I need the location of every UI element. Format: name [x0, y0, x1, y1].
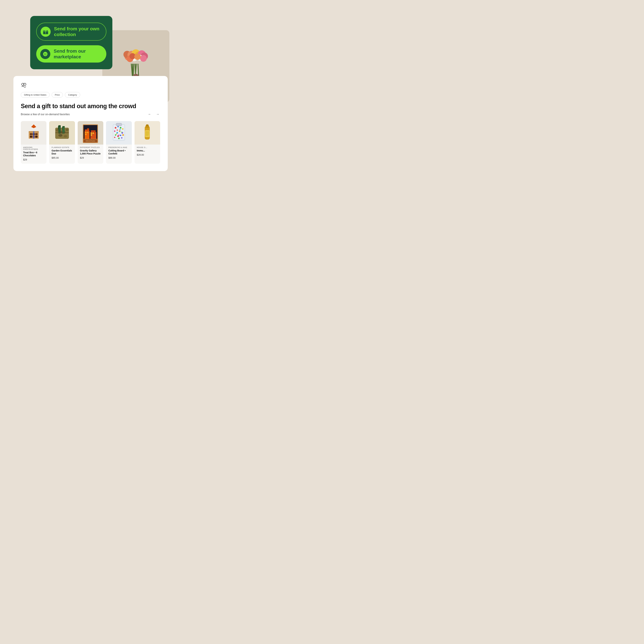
product-price: $29 [23, 158, 44, 161]
products-row: Andsons Chocolatiers Treat Box • 6 Choco… [21, 121, 160, 164]
svg-rect-70 [58, 126, 59, 129]
logo-area [21, 82, 160, 89]
svg-rect-83 [87, 132, 88, 133]
product-price: $85.00 [51, 156, 72, 159]
garden-illustration [52, 123, 72, 143]
svg-marker-51 [31, 124, 36, 128]
svg-rect-86 [93, 132, 94, 134]
filter-bar: Gifting to United States Price Category [21, 92, 160, 98]
bottle-illustration [141, 123, 153, 143]
svg-point-102 [115, 134, 116, 136]
svg-point-16 [46, 53, 46, 54]
smile-icon [42, 51, 48, 57]
svg-point-98 [114, 130, 115, 132]
send-from-collection-label: Send from your own collection [54, 26, 102, 37]
puzzle-illustration: Different Puzzles [81, 122, 100, 144]
send-from-collection-button[interactable]: Send from your own collection [36, 23, 106, 41]
svg-rect-81 [91, 130, 96, 133]
product-card[interactable]: Andsons Chocolatiers Treat Box • 6 Choco… [21, 121, 46, 164]
next-arrow[interactable]: → [155, 112, 160, 117]
svg-rect-69 [58, 125, 61, 127]
product-brand: Different Puzzles [80, 147, 101, 148]
send-from-marketplace-label: Send from our marketplace [54, 48, 102, 60]
svg-rect-116 [146, 124, 148, 126]
product-image [135, 121, 160, 145]
product-image [49, 121, 75, 145]
main-heading: Send a gift to stand out among the crowd [21, 103, 160, 110]
product-image [106, 121, 132, 145]
product-info: House O... Immu... $28.00 [135, 145, 160, 159]
sub-row: Browse a few of our on-demand favorites … [21, 112, 160, 117]
svg-rect-59 [35, 136, 38, 138]
product-brand: Fredericks & Mae [108, 147, 129, 148]
product-price: $88.00 [108, 156, 129, 159]
svg-rect-93 [116, 123, 122, 126]
svg-point-106 [114, 137, 115, 138]
product-name: Garden Essentials Duo [51, 149, 72, 155]
sub-heading: Browse a few of our on-demand favorites [21, 113, 70, 116]
svg-point-34 [140, 55, 147, 62]
product-name: Immu... [137, 149, 158, 152]
svg-point-100 [119, 130, 120, 132]
svg-rect-73 [62, 127, 63, 130]
svg-rect-72 [62, 126, 65, 127]
svg-rect-54 [30, 133, 32, 135]
product-price: $28.00 [137, 153, 158, 156]
smile-icon-circle [40, 49, 50, 59]
svg-point-67 [64, 135, 67, 137]
product-info: Fredericks & Mae Cutting Board • Confett… [106, 145, 132, 162]
option-card: Send from your own collection Send from … [30, 16, 112, 69]
svg-point-94 [115, 127, 116, 129]
svg-point-105 [122, 134, 124, 136]
svg-rect-85 [91, 132, 92, 134]
svg-point-96 [120, 127, 121, 129]
svg-point-36 [134, 53, 141, 60]
svg-rect-60 [33, 131, 34, 139]
product-info: Flamingo Estate Garden Essentials Duo $8… [49, 145, 75, 162]
gift-icon [43, 29, 48, 35]
product-image: Different Puzzles [78, 121, 103, 145]
svg-rect-118 [145, 131, 149, 137]
svg-point-65 [65, 129, 69, 131]
price-filter[interactable]: Price [52, 92, 63, 98]
product-card[interactable]: Fredericks & Mae Cutting Board • Confett… [106, 121, 132, 164]
svg-rect-84 [85, 134, 87, 135]
product-name: Cutting Board • Confetti [108, 149, 129, 155]
product-name: Treat Box • 6 Chocolates [23, 151, 44, 157]
main-card: Gifting to United States Price Category … [13, 76, 168, 171]
svg-point-14 [43, 52, 47, 56]
nav-arrows: ← → [147, 112, 160, 117]
chocolates-illustration [25, 123, 42, 143]
gifting-to-filter[interactable]: Gifting to United States [21, 92, 50, 98]
product-brand: House O... [137, 147, 158, 148]
product-card[interactable]: Different Puzzles Different Puzzles Grav… [78, 121, 103, 164]
svg-point-15 [44, 53, 45, 54]
category-filter[interactable]: Category [65, 92, 80, 98]
send-from-marketplace-button[interactable]: Send from our marketplace [36, 45, 106, 63]
cuttingboard-illustration [110, 122, 128, 144]
svg-rect-82 [85, 132, 87, 133]
product-brand: Andsons Chocolatiers [23, 147, 44, 150]
product-image [21, 121, 46, 145]
product-name: Gravity Gallery 1,000 Piece Puzzle [80, 149, 101, 155]
svg-point-66 [58, 134, 62, 137]
logo-icon [21, 82, 27, 88]
svg-point-95 [117, 126, 119, 127]
svg-rect-57 [30, 136, 32, 138]
svg-point-97 [122, 128, 123, 130]
product-info: Andsons Chocolatiers Treat Box • 6 Choco… [21, 145, 46, 164]
svg-rect-110 [119, 129, 121, 130]
svg-point-107 [118, 138, 120, 139]
prev-arrow[interactable]: ← [147, 112, 152, 117]
svg-point-104 [120, 135, 121, 136]
svg-rect-79 [87, 128, 89, 130]
svg-text:Different Puzzles: Different Puzzles [86, 140, 95, 142]
gift-icon-circle [41, 27, 51, 37]
product-card[interactable]: House O... Immu... $28.00 [135, 121, 160, 164]
svg-point-108 [121, 137, 122, 139]
product-info: Different Puzzles Gravity Gallery 1,000 … [78, 145, 103, 162]
product-price: $29 [80, 156, 101, 159]
svg-rect-56 [35, 133, 38, 135]
svg-rect-87 [91, 134, 92, 136]
product-card[interactable]: Flamingo Estate Garden Essentials Duo $8… [49, 121, 75, 164]
